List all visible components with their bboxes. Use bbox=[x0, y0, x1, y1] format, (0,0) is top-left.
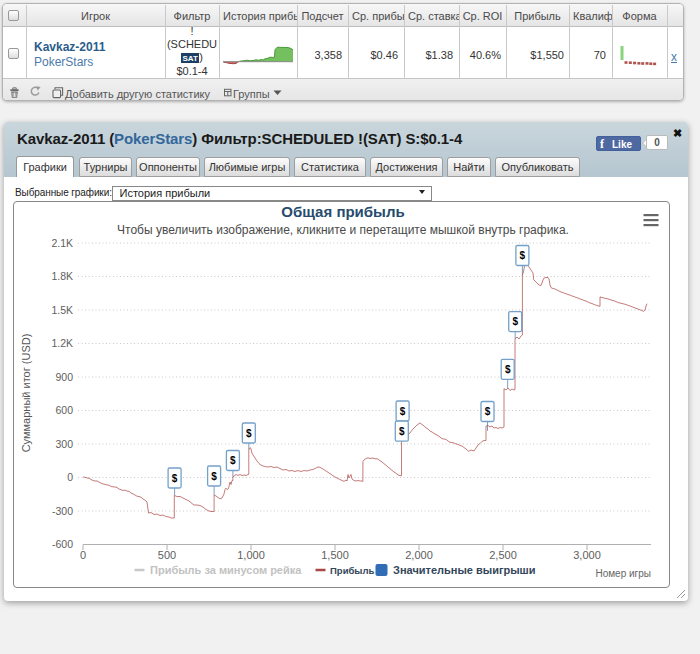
svg-text:3,000: 3,000 bbox=[573, 549, 601, 561]
svg-text:$: $ bbox=[505, 364, 511, 375]
svg-text:900: 900 bbox=[55, 371, 73, 383]
svg-text:$: $ bbox=[512, 316, 518, 327]
svg-text:1.2K: 1.2K bbox=[51, 337, 73, 349]
svg-text:2.1K: 2.1K bbox=[51, 237, 73, 249]
svg-text:-600: -600 bbox=[52, 538, 73, 550]
svg-text:300: 300 bbox=[55, 438, 73, 450]
svg-text:1,000: 1,000 bbox=[237, 549, 265, 561]
svg-text:Общая прибыль: Общая прибыль bbox=[281, 203, 404, 220]
svg-text:-300: -300 bbox=[52, 505, 73, 517]
svg-text:0: 0 bbox=[80, 549, 86, 561]
svg-text:$: $ bbox=[246, 428, 252, 439]
svg-text:500: 500 bbox=[158, 549, 176, 561]
svg-text:1.5K: 1.5K bbox=[51, 304, 73, 316]
svg-text:Значительные выигрыши: Значительные выигрыши bbox=[393, 564, 536, 576]
svg-text:$: $ bbox=[485, 406, 491, 417]
svg-text:Прибыль за минусом рейка: Прибыль за минусом рейка bbox=[150, 564, 302, 576]
svg-text:0: 0 bbox=[67, 471, 73, 483]
svg-text:$: $ bbox=[230, 455, 236, 466]
svg-text:600: 600 bbox=[55, 404, 73, 416]
svg-text:1.8K: 1.8K bbox=[51, 270, 73, 282]
svg-text:$: $ bbox=[520, 250, 526, 261]
svg-text:$: $ bbox=[172, 473, 178, 484]
svg-text:Чтобы увеличить изображение, к: Чтобы увеличить изображение, кликните и … bbox=[117, 223, 569, 237]
svg-text:Прибыль: Прибыль bbox=[330, 565, 374, 576]
svg-text:2,000: 2,000 bbox=[405, 549, 433, 561]
svg-text:Номер игры: Номер игры bbox=[595, 568, 651, 579]
svg-text:Суммарный итог (USD): Суммарный итог (USD) bbox=[20, 334, 32, 453]
svg-text:2,500: 2,500 bbox=[489, 549, 517, 561]
svg-text:$: $ bbox=[211, 471, 217, 482]
svg-text:$: $ bbox=[400, 406, 406, 417]
svg-text:$: $ bbox=[399, 426, 405, 437]
svg-text:1,500: 1,500 bbox=[321, 549, 349, 561]
